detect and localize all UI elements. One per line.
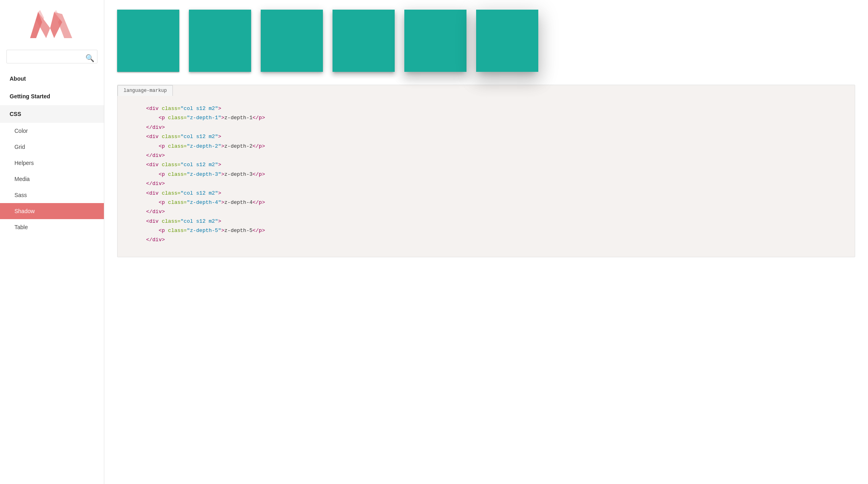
- shadow-box-1: [117, 10, 179, 72]
- code-line-5: <p class="z-depth-2">z-depth-2</p>: [134, 142, 839, 151]
- main-content: language-markup <div class="col s12 m2">…: [104, 0, 868, 484]
- code-line-14: <p class="z-depth-5">z-depth-5</p>: [134, 226, 839, 235]
- shadow-box-4: [333, 10, 395, 72]
- search-input[interactable]: [6, 50, 97, 63]
- shadow-box-2: [189, 10, 251, 72]
- search-icon: 🔍: [85, 54, 94, 63]
- shadow-boxes-demo: [117, 10, 855, 72]
- materialize-logo: [28, 8, 76, 40]
- code-line-1: <div class="col s12 m2">: [134, 104, 839, 113]
- code-tab-label: language-markup: [118, 85, 173, 96]
- sidebar-item-shadow[interactable]: Shadow: [0, 203, 104, 219]
- code-line-8: <p class="z-depth-3">z-depth-3</p>: [134, 170, 839, 179]
- shadow-box-5: [404, 10, 466, 72]
- logo-area: [0, 0, 104, 47]
- sidebar-item-css[interactable]: CSS: [0, 105, 104, 123]
- code-line-13: <div class="col s12 m2">: [134, 217, 839, 226]
- code-content: <div class="col s12 m2"> <p class="z-dep…: [118, 96, 855, 257]
- code-line-11: <p class="z-depth-4">z-depth-4</p>: [134, 198, 839, 207]
- code-line-10: <div class="col s12 m2">: [134, 189, 839, 198]
- sidebar: 🔍 About Getting Started CSS Color Grid H…: [0, 0, 104, 484]
- sidebar-item-helpers[interactable]: Helpers: [0, 155, 104, 171]
- nav-list: About Getting Started CSS Color Grid Hel…: [0, 70, 104, 235]
- sidebar-item-about[interactable]: About: [0, 70, 104, 87]
- code-line-7: <div class="col s12 m2">: [134, 160, 839, 169]
- sidebar-item-sass[interactable]: Sass: [0, 187, 104, 203]
- shadow-box-3: [261, 10, 323, 72]
- code-line-4: <div class="col s12 m2">: [134, 132, 839, 141]
- code-line-9: </div>: [134, 179, 839, 188]
- code-tab-wrap: language-markup: [118, 85, 855, 96]
- code-line-3: </div>: [134, 123, 839, 132]
- sidebar-item-color[interactable]: Color: [0, 123, 104, 139]
- code-line-6: </div>: [134, 151, 839, 160]
- code-line-15: </div>: [134, 235, 839, 244]
- code-line-12: </div>: [134, 207, 839, 216]
- sidebar-item-grid[interactable]: Grid: [0, 139, 104, 155]
- sidebar-item-table[interactable]: Table: [0, 219, 104, 235]
- search-area: 🔍: [0, 47, 104, 70]
- code-block: language-markup <div class="col s12 m2">…: [117, 85, 855, 257]
- sidebar-item-media[interactable]: Media: [0, 171, 104, 187]
- code-line-2: <p class="z-depth-1">z-depth-1</p>: [134, 113, 839, 122]
- shadow-box-6: [476, 10, 538, 72]
- sidebar-item-getting-started[interactable]: Getting Started: [0, 87, 104, 105]
